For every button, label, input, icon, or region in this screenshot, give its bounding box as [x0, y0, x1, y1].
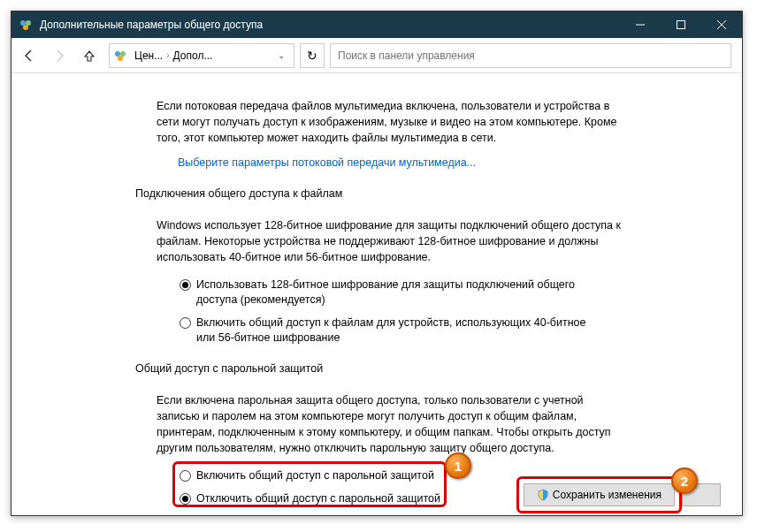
navbar: Цен... › Допол... ⌄ ↻	[11, 38, 742, 73]
radio-icon	[180, 493, 191, 505]
password-section-title: Общий доступ с парольной защитой	[135, 362, 721, 375]
refresh-button[interactable]: ↻	[300, 43, 325, 68]
shield-icon	[537, 489, 549, 501]
radio-icon	[180, 470, 191, 482]
search-input[interactable]	[330, 43, 731, 68]
media-description: Если потоковая передача файлов мультимед…	[157, 98, 625, 171]
button-row: Сохранить изменения 2 на	[524, 483, 721, 506]
window-controls	[620, 11, 742, 38]
encryption-40-56bit-option[interactable]: Включить общий доступ к файлам для устро…	[180, 315, 657, 346]
radio-label: Отключить общий доступ с парольной защит…	[196, 491, 440, 507]
save-button-wrap: Сохранить изменения 2	[524, 483, 675, 506]
radio-label: Включить общий доступ к файлам для устро…	[196, 315, 603, 346]
breadcrumb[interactable]: Цен... › Допол... ⌄	[109, 43, 294, 68]
minimize-button[interactable]	[620, 11, 661, 38]
svg-point-8	[120, 51, 126, 57]
svg-point-0	[20, 20, 26, 26]
window-title: Дополнительные параметры общего доступа	[40, 19, 620, 31]
svg-point-1	[26, 20, 31, 26]
app-icon	[19, 18, 33, 32]
svg-point-7	[115, 51, 120, 57]
breadcrumb-seg1[interactable]: Цен...	[131, 49, 166, 62]
forward-button	[45, 42, 73, 70]
save-button-label: Сохранить изменения	[553, 489, 661, 501]
breadcrumb-icon	[113, 49, 127, 63]
svg-rect-4	[677, 21, 685, 29]
radio-icon	[180, 279, 191, 291]
save-button[interactable]: Сохранить изменения	[524, 483, 675, 506]
svg-point-2	[23, 25, 28, 30]
breadcrumb-seg2[interactable]: Допол...	[170, 49, 217, 62]
chevron-down-icon[interactable]: ⌄	[272, 50, 290, 60]
encryption-section-title: Подключения общего доступа к файлам	[135, 187, 721, 200]
close-button[interactable]	[701, 11, 742, 38]
radio-label: Использовать 128-битное шифрование для з…	[196, 277, 603, 308]
window: Дополнительные параметры общего доступа …	[11, 11, 743, 516]
encryption-description: Windows использует 128-битное шифрование…	[157, 217, 625, 265]
svg-point-9	[118, 56, 123, 61]
radio-icon	[180, 317, 191, 329]
encryption-128bit-option[interactable]: Использовать 128-битное шифрование для з…	[180, 277, 657, 308]
media-text: Если потоковая передача файлов мультимед…	[157, 100, 616, 144]
radio-label: Включить общий доступ с парольной защито…	[196, 468, 434, 484]
password-description: Если включена парольная защита общего до…	[157, 392, 625, 457]
titlebar: Дополнительные параметры общего доступа	[11, 11, 742, 38]
maximize-button[interactable]	[661, 11, 701, 38]
encryption-radio-group: Использовать 128-битное шифрование для з…	[180, 277, 657, 346]
annotation-marker-2: 2	[671, 467, 698, 494]
content-area: Если потоковая передача файлов мультимед…	[11, 73, 742, 515]
back-button[interactable]	[15, 42, 43, 70]
password-enable-option[interactable]: Включить общий доступ с парольной защито…	[180, 468, 657, 484]
up-button[interactable]	[75, 42, 103, 70]
media-streaming-link[interactable]: Выберите параметры потоковой передачи му…	[178, 155, 625, 171]
